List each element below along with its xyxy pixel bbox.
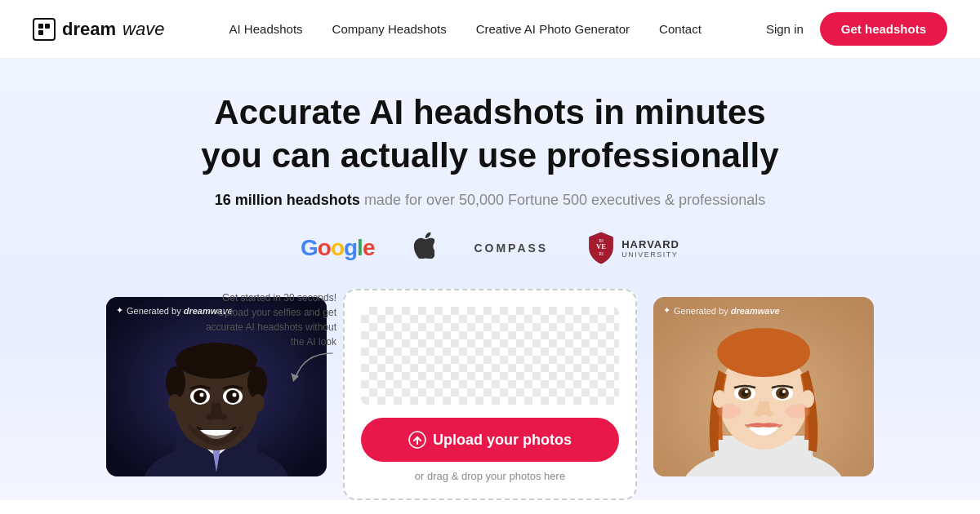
google-logo: Google <box>301 235 374 261</box>
watermark-star-left: ✦ <box>116 305 123 316</box>
svg-point-42 <box>782 390 786 393</box>
right-photo-face <box>653 297 874 476</box>
svg-point-23 <box>219 414 227 420</box>
nav-contact[interactable]: Contact <box>659 22 702 36</box>
upload-dropzone[interactable] <box>361 307 619 405</box>
hero-title-line1: Accurate AI headshots in minutes <box>214 93 765 131</box>
svg-rect-2 <box>38 30 43 35</box>
hero-subtitle: 16 million headshots made for over 50,00… <box>16 192 964 209</box>
svg-text:RI: RI <box>599 238 604 243</box>
arrow-hint: Get started in 30 seconds! Upload your s… <box>194 290 336 393</box>
logo-text-italic: wave <box>122 19 164 40</box>
get-headshots-button[interactable]: Get headshots <box>820 12 947 46</box>
upload-section: ✦ Generated by dreamwave <box>16 289 964 500</box>
upload-button[interactable]: Upload your photos <box>361 418 619 462</box>
compass-logo: COMPASS <box>474 241 548 255</box>
logo-icon <box>33 18 56 41</box>
svg-point-43 <box>754 411 762 417</box>
svg-point-20 <box>200 393 204 397</box>
svg-point-47 <box>786 404 810 419</box>
svg-rect-1 <box>45 24 50 29</box>
nav-creative-ai[interactable]: Creative AI Photo Generator <box>476 22 630 36</box>
svg-text:VE: VE <box>596 242 606 250</box>
svg-point-46 <box>717 404 742 419</box>
upload-button-label: Upload your photos <box>433 432 572 449</box>
brand-logos: Google COMPASS VE RI RI HARVARD UNIVERSI… <box>16 232 964 264</box>
arrow-svg <box>287 349 336 390</box>
watermark-star-right: ✦ <box>663 305 670 316</box>
right-watermark: ✦ Generated by dreamwave <box>663 305 780 316</box>
logo-text-bold: dream <box>62 19 116 40</box>
right-watermark-text: Generated by dreamwave <box>674 306 780 316</box>
logo[interactable]: dreamwave <box>33 18 164 41</box>
nav-links: AI Headshots Company Headshots Creative … <box>229 22 702 37</box>
svg-point-41 <box>745 390 748 393</box>
hero-subtitle-bold: 16 million headshots <box>215 192 360 208</box>
svg-point-44 <box>765 411 773 417</box>
nav-right: Sign in Get headshots <box>766 12 947 46</box>
harvard-logo: VE RI RI HARVARD UNIVERSITY <box>587 232 679 264</box>
svg-point-21 <box>233 393 237 397</box>
right-photo-card: ✦ Generated by dreamwave <box>653 297 874 476</box>
drag-text: or drag & drop your photos here <box>361 470 619 482</box>
svg-point-32 <box>717 328 810 377</box>
nav-company-headshots[interactable]: Company Headshots <box>332 22 447 36</box>
svg-text:RI: RI <box>599 251 604 256</box>
hint-text: Get started in 30 seconds! Upload your s… <box>194 290 336 349</box>
hero-subtitle-rest: made for over 50,000 Fortune 500 executi… <box>360 192 765 208</box>
svg-rect-0 <box>38 24 43 29</box>
hero-title: Accurate AI headshots in minutes you can… <box>16 91 964 177</box>
upload-icon <box>408 431 426 449</box>
upload-card: Get started in 30 seconds! Upload your s… <box>343 289 637 500</box>
hero-section: Accurate AI headshots in minutes you can… <box>0 59 980 500</box>
hero-title-line2: you can actually use professionally <box>201 136 778 175</box>
svg-point-15 <box>252 394 265 412</box>
harvard-text: HARVARD UNIVERSITY <box>621 238 679 259</box>
svg-point-14 <box>168 394 181 412</box>
svg-point-22 <box>206 414 214 420</box>
svg-point-12 <box>166 366 185 399</box>
sign-in-link[interactable]: Sign in <box>766 22 804 36</box>
navbar: dreamwave AI Headshots Company Headshots… <box>0 0 980 59</box>
nav-ai-headshots[interactable]: AI Headshots <box>229 22 303 36</box>
apple-logo <box>413 233 434 264</box>
